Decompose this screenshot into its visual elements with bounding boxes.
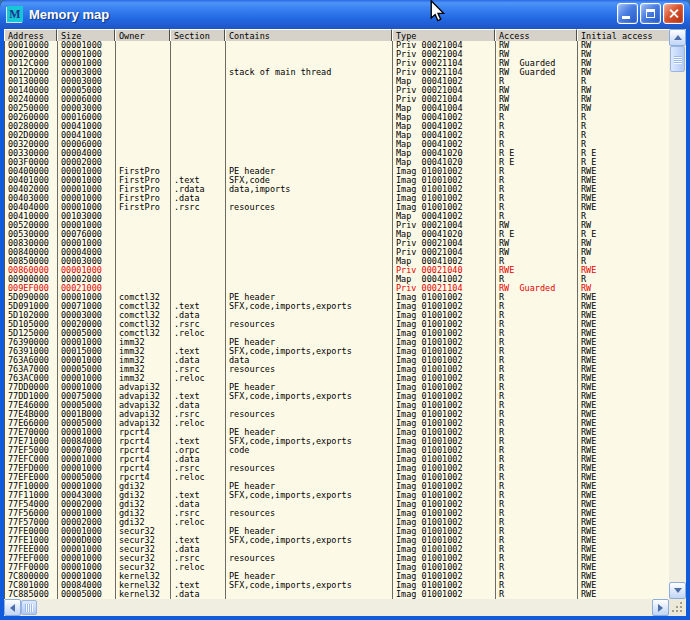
column-header-size[interactable]: Size [57, 29, 115, 41]
table-row[interactable]: 77E4600000005000advapi32.dataImag 010010… [5, 401, 669, 410]
table-row[interactable]: 5D09000000001000comctl32PE headerImag 01… [5, 293, 669, 302]
table-row[interactable]: 0012D00000003000stack of main threadPriv… [5, 68, 669, 77]
table-row[interactable]: 009EF00000021000Priv 00021104RW GuardedR… [5, 284, 669, 293]
table-row[interactable]: 77EFD00000001000rpcrt4.rsrcresourcesImag… [5, 464, 669, 473]
cell-size: 00004000 [58, 248, 116, 257]
scroll-down-button[interactable] [669, 582, 686, 599]
cell-section [171, 167, 226, 176]
table-row[interactable]: 0025000000003000Map 00041004RWRW [5, 104, 669, 113]
table-row[interactable]: 0040200000001000FirstPro.rdatadata,impor… [5, 185, 669, 194]
column-header-access[interactable]: Access [495, 29, 577, 41]
table-row[interactable]: 0090000000002000Map 00041002RR [5, 275, 669, 284]
table-row[interactable]: 0040400000001000FirstPro.rsrcresourcesIm… [5, 203, 669, 212]
cell-contains [226, 248, 393, 257]
cell-section: .data [171, 590, 226, 599]
table-row[interactable]: 0014000000005000Priv 00021004RWRW [5, 86, 669, 95]
minimize-button[interactable] [617, 3, 638, 24]
column-header-contains[interactable]: Contains [225, 29, 392, 41]
table-row[interactable]: 0052000000001000Priv 00021004RWRW [5, 221, 669, 230]
table-row[interactable]: 77DD100000075000advapi32.textSFX,code,im… [5, 392, 669, 401]
table-row[interactable]: 002D000000041000Map 00041002RR [5, 131, 669, 140]
titlebar[interactable]: M Memory map [0, 0, 690, 29]
cell-size: 00006000 [58, 140, 116, 149]
table-row[interactable]: 77F5400000002000gdi32.dataImag 01001002R… [5, 500, 669, 509]
table-row[interactable]: 7C80100000084000kernel32.textSFX,code,im… [5, 581, 669, 590]
column-header-section[interactable]: Section [170, 29, 225, 41]
cell-address: 77EFE000 [5, 473, 58, 482]
table-row[interactable]: 77EFC00000001000rpcrt4.dataImag 01001002… [5, 455, 669, 464]
column-header-owner[interactable]: Owner [115, 29, 170, 41]
cell-owner: comctl32 [116, 320, 171, 329]
table-row[interactable]: 0040000000001000FirstProPE headerImag 01… [5, 167, 669, 176]
cell-initial_access: R [578, 275, 669, 284]
table-row[interactable]: 5D09100000071000comctl32.textSFX,code,im… [5, 302, 669, 311]
table-row[interactable]: 0032000000006000Map 00041002RR [5, 140, 669, 149]
table-row[interactable]: 77FF000000001000secur32.relocImag 010010… [5, 563, 669, 572]
table-row[interactable]: 77EFE00000005000rpcrt4.relocImag 0100100… [5, 473, 669, 482]
resize-grip[interactable] [669, 599, 686, 616]
table-row[interactable]: 0033000000004000Map 00041020R ER E [5, 149, 669, 158]
maximize-button[interactable] [640, 3, 661, 24]
table-row[interactable]: 77F5600000001000gdi32.rsrcresourcesImag … [5, 509, 669, 518]
table-row[interactable]: 77DD000000001000advapi32PE headerImag 01… [5, 383, 669, 392]
table-row[interactable]: 77FEF00000001000secur32.rsrcresourcesIma… [5, 554, 669, 563]
table-row[interactable]: 7C80000000001000kernel32PE headerImag 01… [5, 572, 669, 581]
cell-initial_access: RWE [578, 338, 669, 347]
scroll-left-button[interactable] [4, 599, 21, 616]
table-row[interactable]: 77E7100000084000rpcrt4.textSFX,code,impo… [5, 437, 669, 446]
cell-size: 00001000 [58, 293, 116, 302]
table-row[interactable]: 0040300000001000FirstPro.dataImag 010010… [5, 194, 669, 203]
column-header-initial-access[interactable]: Initial access [577, 29, 669, 41]
column-header-address[interactable]: Address [4, 29, 57, 41]
table-row[interactable]: 0085000000003000Map 00041002RR [5, 257, 669, 266]
table-row[interactable]: 0013000000003000Map 00041002RR [5, 77, 669, 86]
table-row[interactable]: 763AC00000001000imm32.relocImag 01001002… [5, 374, 669, 383]
table-row[interactable]: 77FE10000000D000secur32.textSFX,code,imp… [5, 536, 669, 545]
table-row[interactable]: 0041000000103000Map 00041002RR [5, 212, 669, 221]
table-row[interactable]: 77F1000000001000gdi32PE headerImag 01001… [5, 482, 669, 491]
table-row[interactable]: 0002000000001000Priv 00021004RWRW [5, 50, 669, 59]
table-row[interactable]: 003F000000002000Map 00041020R ER E [5, 158, 669, 167]
table-row[interactable]: 77E4B0000001B000advapi32.rsrcresourcesIm… [5, 410, 669, 419]
table-row[interactable]: 77E7000000001000rpcrt4PE headerImag 0100… [5, 428, 669, 437]
table-row[interactable]: 763A700000005000imm32.rsrcresourcesImag … [5, 365, 669, 374]
table-row[interactable]: 77E6600000005000advapi32.relocImag 01001… [5, 419, 669, 428]
icon-letter: M [9, 8, 20, 20]
table-row[interactable]: 5D10500000020000comctl32.rsrcresourcesIm… [5, 320, 669, 329]
scroll-up-button[interactable] [669, 29, 686, 46]
cell-address: 77EFD000 [5, 464, 58, 473]
cell-contains [226, 518, 393, 527]
table-row[interactable]: 77EF500000007000rpcrt4.orpccodeImag 0100… [5, 446, 669, 455]
table-row[interactable]: 7C88500000005000kernel32.dataImag 010010… [5, 590, 669, 599]
table-row[interactable]: 5D10200000003000comctl32.dataImag 010010… [5, 311, 669, 320]
table-row[interactable]: 77F1100000043000gdi32.textSFX,code,impor… [5, 491, 669, 500]
horizontal-scroll-thumb[interactable] [21, 600, 37, 615]
scroll-right-button[interactable] [652, 599, 669, 616]
table-row[interactable]: 77FE000000001000secur32PE headerImag 010… [5, 527, 669, 536]
table-row[interactable]: 0028000000041000Map 00041002RR [5, 122, 669, 131]
horizontal-scrollbar[interactable] [4, 599, 669, 616]
vertical-scrollbar[interactable] [669, 29, 686, 599]
cell-initial_access: RW [578, 239, 669, 248]
table-row[interactable]: 0053000000076000Map 00041020R ER E [5, 230, 669, 239]
table-row[interactable]: 0040100000001000FirstPro.textSFX,codeIma… [5, 176, 669, 185]
table-row[interactable]: 5D12500000005000comctl32.relocImag 01001… [5, 329, 669, 338]
table-row[interactable]: 77FEE00000001000secur32.dataImag 0100100… [5, 545, 669, 554]
table-row[interactable]: 7639000000001000imm32PE headerImag 01001… [5, 338, 669, 347]
table-row[interactable]: 0083000000001000Priv 00021004RWRW [5, 239, 669, 248]
table-row[interactable]: 0024000000006000Priv 00021004RWRW [5, 95, 669, 104]
table-row[interactable]: 0012C00000001000Priv 00021104RW GuardedR… [5, 59, 669, 68]
table-row[interactable]: 0084000000004000Priv 00021004RWRW [5, 248, 669, 257]
vertical-scroll-thumb[interactable] [670, 46, 685, 72]
table-row[interactable]: 763A600000001000imm32.datadataImag 01001… [5, 356, 669, 365]
memory-map-icon[interactable]: M [7, 6, 23, 22]
table-row[interactable]: 0001000000001000Priv 00021004RWRW [5, 41, 669, 50]
table-row[interactable]: 0086000000001000Priv 00021040RWERWE [5, 266, 669, 275]
column-header-type[interactable]: Type [392, 29, 495, 41]
cell-type: Imag 01001002 [393, 293, 496, 302]
close-button[interactable] [663, 3, 684, 24]
table-row[interactable]: 0026000000016000Map 00041002RR [5, 113, 669, 122]
table-row[interactable]: 7639100000015000imm32.textSFX,code,impor… [5, 347, 669, 356]
cell-contains [226, 50, 393, 59]
table-row[interactable]: 77F5700000002000gdi32.relocImag 01001002… [5, 518, 669, 527]
